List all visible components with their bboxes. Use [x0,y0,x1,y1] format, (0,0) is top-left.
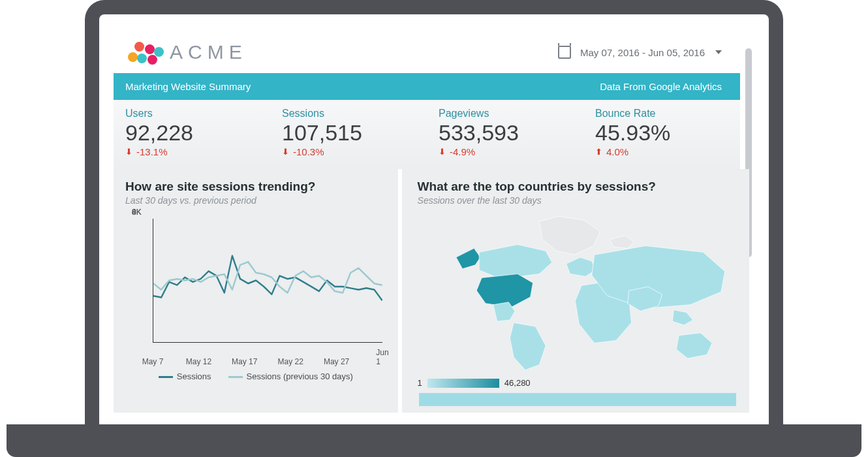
y-tick: 0 [132,208,136,217]
sessions-trend-panel: How are site sessions trending? Last 30 … [114,169,402,413]
kpi-label: Users [125,108,258,119]
legend-swatch-icon [228,376,243,378]
arrow-down-icon: ⬇ [282,147,289,157]
legend-item-current: Sessions [159,371,211,381]
panel-subtitle: Last 30 days vs. previous period [125,195,386,206]
x-tick: Jun 1 [376,348,388,366]
kpi-value: 533,593 [439,121,572,145]
date-range-label: May 07, 2016 - Jun 05, 2016 [580,47,705,58]
scale-max: 46,280 [504,378,531,388]
next-section-teaser [419,393,736,406]
report-title: Marketing Website Summary [125,81,251,92]
calendar-icon [558,46,571,59]
world-map-chart [418,212,737,375]
laptop-base [7,424,861,457]
panels-row: How are site sessions trending? Last 30 … [114,169,740,413]
panel-title: How are site sessions trending? [125,180,386,194]
kpi-value: 92,228 [125,121,258,145]
report-banner: Marketing Website Summary Data From Goog… [114,73,740,100]
brand-name: ACME [170,41,247,63]
sessions-line-chart: 8K 4K 0 May 7May 12May 17May 22May 27Jun… [129,212,386,356]
date-range-picker[interactable]: May 07, 2016 - Jun 05, 2016 [558,46,722,59]
kpi-label: Sessions [282,108,415,119]
kpi-delta: ⬇ -13.1% [125,146,258,157]
app-screen: ACME May 07, 2016 - Jun 05, 2016 Marketi… [114,29,754,424]
kpi-label: Pageviews [439,108,572,119]
panel-subtitle: Sessions over the last 30 days [418,195,737,206]
scale-min: 1 [418,378,422,388]
legend-item-previous: Sessions (previous 30 days) [228,371,353,381]
report-source: Data From Google Analytics [600,81,722,92]
x-tick: May 7 [142,357,164,366]
laptop-frame: ACME May 07, 2016 - Jun 05, 2016 Marketi… [85,0,783,457]
caret-down-icon [715,50,722,54]
kpi-users: Users 92,228 ⬇ -13.1% [114,105,270,160]
arrow-down-icon: ⬇ [125,147,132,157]
arrow-up-icon: ⬆ [595,147,602,157]
x-tick: May 27 [324,357,349,366]
kpi-sessions: Sessions 107,515 ⬇ -10.3% [270,105,427,160]
kpi-value: 45.93% [595,121,728,145]
kpi-delta: ⬇ -4.9% [439,146,572,157]
top-countries-panel: What are the top countries by sessions? … [411,169,749,413]
chart-legend: Sessions Sessions (previous 30 days) [125,371,386,381]
map-scalebar: 1 46,280 [418,378,737,388]
kpi-pageviews: Pageviews 533,593 ⬇ -4.9% [427,105,583,160]
kpi-value: 107,515 [282,121,415,145]
x-tick: May 17 [232,357,257,366]
kpi-delta: ⬆ 4.0% [595,146,728,157]
x-tick: May 12 [186,357,211,366]
kpi-delta: ⬇ -10.3% [282,146,415,157]
app-header: ACME May 07, 2016 - Jun 05, 2016 [114,29,740,73]
arrow-down-icon: ⬇ [439,147,446,157]
panel-title: What are the top countries by sessions? [418,180,737,194]
scale-gradient-icon [427,379,499,388]
x-tick: May 22 [278,357,303,366]
kpi-row: Users 92,228 ⬇ -13.1% Sessions 107,515 [114,100,740,169]
kpi-bounce-rate: Bounce Rate 45.93% ⬆ 4.0% [583,105,740,160]
legend-swatch-icon [159,376,173,378]
brand-mark-icon [125,38,163,67]
kpi-label: Bounce Rate [595,108,728,119]
brand-logo: ACME [125,38,247,67]
